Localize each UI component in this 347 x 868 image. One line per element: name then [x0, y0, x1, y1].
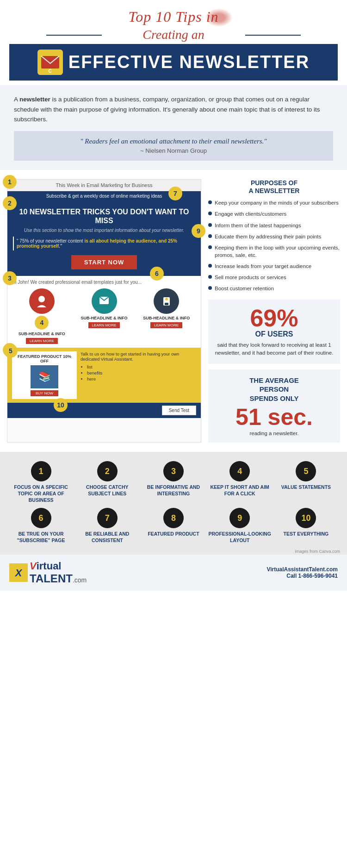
- mock-content-row: 3 Hi John! We created professional email…: [7, 276, 201, 348]
- buy-now-button[interactable]: BUY NOW: [31, 390, 58, 396]
- tip-number: 3: [163, 461, 184, 481]
- website: VirtualAssistantTalent.com: [266, 566, 338, 573]
- avg-sec: 51 sec.: [213, 406, 335, 429]
- tip-item: 5 VALUE STATEMENTS: [274, 461, 338, 503]
- mock-columns: 4 SUB-HEADLINE & INFO LEARN MORE SUB-HEA…: [12, 288, 196, 344]
- tip-item: 4 KEEP IT SHORT AND AIM FOR A CLICK: [208, 461, 272, 503]
- tip-label: CHOOSE CATCHY SUBJECT LINES: [75, 484, 139, 497]
- list-item-2: benefits: [87, 370, 196, 375]
- hero-subtitle: Use this section to show the most import…: [13, 228, 195, 233]
- badge-9: 9: [192, 224, 205, 238]
- newsletter-mockup: 1 This Week in Email Marketing for Busin…: [7, 179, 201, 443]
- tip-item: 6 BE TRUE ON YOUR "SUBSCRIBE" PAGE: [9, 508, 73, 543]
- badge-4: 4: [35, 316, 49, 330]
- tip-label: PROFESSIONAL-LOOKING LAYOUT: [208, 531, 272, 543]
- hero-title: 10 NEWSLETTER TRICKS YOU DON'T WANT TO M…: [13, 207, 195, 225]
- logo-text: Virtual TALENT.com: [30, 560, 87, 585]
- purposes-section: PURPOSES OF A NEWSLETTER Keep your compa…: [201, 179, 340, 443]
- talk-box: Talk to us on how to get started in havi…: [81, 351, 196, 399]
- tips-section: 1 FOCUS ON A SPECIFIC TOPIC OR AREA OF B…: [0, 452, 347, 548]
- main-content: 1 This Week in Email Marketing for Busin…: [0, 170, 347, 452]
- tip-number: 10: [296, 508, 316, 528]
- tips-grid: 1 FOCUS ON A SPECIFIC TOPIC OR AREA OF B…: [9, 461, 338, 543]
- purpose-item: Boost customer retention: [208, 285, 340, 292]
- col3-icon: [154, 288, 179, 314]
- creating-line: Creating an: [9, 27, 338, 42]
- purpose-item: Engage with clients/customers: [208, 210, 340, 218]
- tip-number: 2: [97, 461, 118, 481]
- col1-icon: [29, 288, 55, 314]
- footer-contact: VirtualAssistantTalent.com Call 1-866-59…: [266, 566, 338, 579]
- hero-quote: " 75% of your newsletter content is all …: [13, 237, 195, 250]
- mock-subheader: 7 Subscribe & get a weekly dose of onlin…: [7, 191, 201, 201]
- effective-newsletter-title: EFFECTIVE NEWSLETTER: [68, 52, 310, 72]
- purpose-item: Keep your company in the minds of your s…: [208, 199, 340, 206]
- envelope-icon: C: [37, 50, 63, 75]
- mock-header-text: This Week in Email Marketing for Busines…: [56, 182, 153, 188]
- tip-item: 7 BE RELIABLE AND CONSISTENT: [75, 508, 139, 543]
- purpose-item: Sell more products or services: [208, 274, 340, 281]
- tip-label: TEST EVERYTHING: [274, 531, 338, 537]
- col1-title: SUB-HEADLINE & INFO: [12, 331, 72, 336]
- badge-10: 10: [54, 398, 68, 412]
- featured-title: FEATURED PRODUCT 10% OFF: [15, 354, 74, 363]
- mock-col-3: SUB-HEADLINE & INFO LEARN MORE: [136, 288, 196, 344]
- badge-3: 3: [3, 271, 17, 285]
- bullet-dot: [208, 245, 212, 249]
- learn-more-1[interactable]: LEARN MORE: [26, 338, 58, 344]
- tip-label: BE TRUE ON YOUR "SUBSCRIBE" PAGE: [9, 531, 73, 543]
- purpose-item: Inform them of the latest happenings: [208, 222, 340, 229]
- tip-number: 1: [31, 461, 51, 481]
- mock-col-1: 4 SUB-HEADLINE & INFO LEARN MORE: [12, 288, 72, 344]
- bullet-dot: [208, 264, 212, 268]
- badge-2: 2: [3, 196, 17, 210]
- mock-footer: 10 Send Test: [7, 403, 201, 418]
- list-item-1: list: [87, 364, 196, 369]
- badge-7: 7: [168, 187, 182, 200]
- tip-label: KEEP IT SHORT AND AIM FOR A CLICK: [208, 484, 272, 497]
- blue-banner: C EFFECTIVE NEWSLETTER: [9, 44, 338, 81]
- mock-hero: 2 9 10 NEWSLETTER TRICKS YOU DON'T WANT …: [7, 201, 201, 276]
- featured-box: FEATURED PRODUCT 10% OFF 📚 BUY NOW: [12, 351, 77, 399]
- learn-more-2[interactable]: LEARN MORE: [88, 322, 120, 328]
- purposes-title: PURPOSES OF A NEWSLETTER: [208, 179, 340, 195]
- tip-item: 9 PROFESSIONAL-LOOKING LAYOUT: [208, 508, 272, 543]
- svg-point-3: [38, 296, 45, 302]
- stat-label: OF USERS: [213, 330, 335, 338]
- bullet-dot: [208, 223, 212, 227]
- badge-6: 6: [150, 267, 164, 281]
- send-test-button[interactable]: Send Test: [162, 406, 196, 415]
- footer-logo: X Virtual TALENT.com: [9, 560, 87, 585]
- header-section: Top 10 Tips in Creating an C EFFECTIVE N…: [0, 0, 347, 85]
- purpose-item: Keeping them in the loop with your upcom…: [208, 244, 340, 259]
- talk-list: list benefits here: [87, 364, 196, 381]
- mock-col-2: SUB-HEADLINE & INFO LEARN MORE: [74, 288, 134, 344]
- canva-credit: images from Canva.com: [0, 548, 347, 555]
- tip-item: 2 CHOOSE CATCHY SUBJECT LINES: [75, 461, 139, 503]
- svg-text:X: X: [14, 567, 23, 579]
- avg-title: THE AVERAGE PERSON SPENDS ONLY: [213, 376, 335, 403]
- quote-author: ~ Nielsen Norman Group: [23, 147, 324, 154]
- featured-img: 📚: [31, 365, 58, 388]
- talk-text: Talk to us on how to get started in havi…: [81, 351, 196, 362]
- tip-number: 6: [31, 508, 51, 528]
- tip-label: VALUE STATEMENTS: [274, 484, 338, 491]
- intro-section: A newsletter is a publication from a bus…: [0, 85, 347, 170]
- tip-item: 10 TEST EVERYTHING: [274, 508, 338, 543]
- start-now-button[interactable]: START NOW: [71, 255, 137, 269]
- badge-5: 5: [4, 344, 18, 358]
- tip-number: 4: [229, 461, 250, 481]
- stat-desc: said that they look forward to receiving…: [213, 341, 335, 357]
- bullet-dot: [208, 275, 212, 279]
- avg-desc: reading a newsletter.: [213, 431, 335, 436]
- col3-title: SUB-HEADLINE & INFO: [136, 316, 196, 320]
- learn-more-3[interactable]: LEARN MORE: [150, 322, 182, 328]
- tip-label: BE INFORMATIVE AND INTERESTING: [142, 484, 205, 497]
- logo-icon: X: [9, 563, 28, 582]
- mock-subheader-text: Subscribe & get a weekly dose of online …: [46, 194, 162, 199]
- tip-number: 7: [97, 508, 118, 528]
- col2-title: SUB-HEADLINE & INFO: [74, 316, 134, 320]
- tip-item: 8 FEATURED PRODUCT: [142, 508, 205, 543]
- stat-box: 69% OF USERS said that they look forward…: [208, 300, 340, 364]
- quote-text: " Readers feel an emotional attachment t…: [23, 137, 324, 145]
